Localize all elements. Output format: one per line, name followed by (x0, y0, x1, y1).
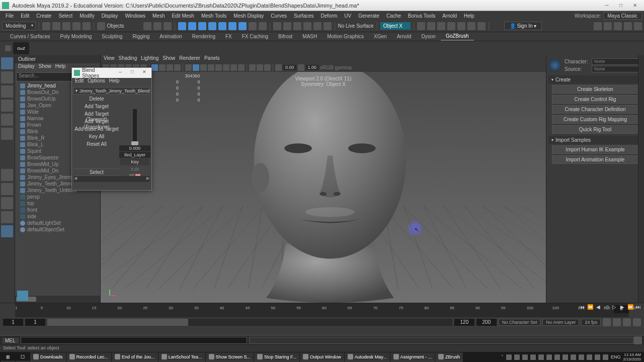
lock-icon[interactable] (249, 22, 257, 30)
range-end-inner[interactable]: 120 (454, 319, 474, 326)
sel-edge-icon[interactable] (218, 22, 226, 30)
fps-dropdown[interactable]: 24 fps (581, 319, 601, 326)
vp-gamma-icon[interactable] (298, 64, 304, 71)
shelf-tab-poly[interactable]: Poly Modeling (55, 33, 97, 40)
panel-panels[interactable]: Panels (204, 55, 220, 63)
menu-editmesh[interactable]: Edit Mesh (168, 13, 197, 19)
taskbar-item[interactable]: ZBrush (435, 352, 463, 361)
import-humanik-button[interactable]: Import Human IK Example (552, 145, 638, 154)
ipr-icon[interactable] (427, 22, 435, 30)
blendshapes-titlebar[interactable]: Blend Shapes ─ □ ✕ (72, 68, 151, 78)
tray-icon[interactable] (546, 354, 552, 360)
minimize-button[interactable]: ─ (600, 1, 614, 10)
range-end-outer[interactable]: 200 (476, 319, 497, 326)
lasso-tool-icon[interactable] (1, 71, 13, 83)
tray-language[interactable]: ENG (611, 354, 621, 359)
time-slider[interactable]: 1510152025303540455055606570758085909510… (15, 303, 629, 317)
toolsettings-icon[interactable] (634, 22, 642, 30)
bs-minimize-button[interactable]: ─ (115, 69, 125, 76)
symmetry-input[interactable] (380, 22, 411, 30)
vp-gate-mask-icon[interactable] (174, 64, 181, 71)
channelbox-icon[interactable] (614, 22, 622, 30)
sel-vertex-icon[interactable] (208, 22, 216, 30)
tray-icon[interactable] (514, 354, 520, 360)
sel-object-icon[interactable] (188, 22, 196, 30)
tray-icon[interactable] (587, 354, 592, 360)
vp-aa-icon[interactable] (238, 64, 245, 71)
open-scene-icon[interactable] (52, 22, 60, 30)
menu-mesh[interactable]: Mesh (149, 13, 168, 19)
bs-delete[interactable]: Delete (74, 96, 119, 103)
rotate-tool-icon[interactable] (1, 114, 13, 126)
menu-cache[interactable]: Cache (383, 13, 405, 19)
snap-curve-icon[interactable] (153, 22, 162, 30)
layout-outliner-icon[interactable] (1, 211, 13, 223)
shelf-tab-fxcaching[interactable]: FX Caching (237, 33, 273, 40)
render-icon[interactable] (417, 22, 425, 30)
tray-icon[interactable] (538, 354, 544, 360)
outliner-item[interactable]: defaultObjectSet (16, 226, 99, 233)
render-settings-icon[interactable] (437, 22, 445, 30)
bs-add-target[interactable]: Add Target (74, 103, 119, 111)
new-scene-icon[interactable] (42, 22, 50, 30)
snap1-icon[interactable] (273, 22, 281, 30)
layout-persp-icon[interactable] (1, 197, 13, 209)
range-start-inner[interactable]: 1 (25, 319, 45, 326)
outliner-item[interactable]: side (16, 213, 99, 220)
maximize-button[interactable]: □ (614, 1, 628, 10)
taskview-button[interactable]: ☐ (16, 352, 30, 361)
head-mesh[interactable] (225, 72, 435, 303)
layout-outliner-persp-icon[interactable] (1, 225, 13, 237)
shelf-tab-mash[interactable]: MASH (297, 33, 322, 40)
bs-add-target-tangent[interactable]: Add Target (Tangent) (74, 111, 119, 118)
snap-point-icon[interactable] (164, 22, 172, 30)
lightlink-icon[interactable] (457, 22, 465, 30)
snap5-icon[interactable] (313, 22, 321, 30)
go-end-icon[interactable]: ⏭ (635, 304, 642, 311)
script-type[interactable]: MEL (2, 338, 19, 343)
pause-icon[interactable] (477, 22, 486, 30)
sel-component-icon[interactable] (198, 22, 206, 30)
undo-icon[interactable] (72, 22, 80, 30)
vp-isolate-icon[interactable] (249, 64, 256, 71)
tray-network-icon[interactable] (595, 354, 600, 360)
menu-help[interactable]: Help (460, 13, 478, 19)
vp-exposure-value[interactable]: 0.00 (283, 65, 296, 70)
sel-hierarchy-icon[interactable] (178, 22, 186, 30)
create-skeleton-button[interactable]: Create Skeleton (552, 85, 638, 94)
move-tool-icon[interactable] (1, 100, 13, 112)
taskbar-clock[interactable]: 11:10 AM 2/10/2020 (623, 352, 641, 361)
vp-shaded-icon[interactable] (193, 64, 199, 71)
taskbar-item[interactable]: Stop Staring F... (254, 352, 299, 361)
step-forward-key-icon[interactable]: ⏩ (627, 304, 634, 311)
bs-menu-options[interactable]: Options (88, 78, 105, 86)
shelf-tab-bifrost[interactable]: Bifrost (273, 33, 297, 40)
autokey-icon[interactable] (613, 318, 621, 326)
vp-colorspace[interactable]: sRGB gamma (320, 65, 352, 70)
taskbar-item[interactable]: Output Window (300, 352, 344, 361)
setkey-icon[interactable] (633, 318, 641, 326)
vp-xray-joints-icon[interactable] (264, 64, 271, 71)
vp-ao-icon[interactable] (223, 64, 229, 71)
system-tray[interactable]: ˄ ENG 11:10 AM 2/10/2020 (499, 352, 643, 361)
create-controlrig-button[interactable]: Create Control Rig (552, 95, 638, 104)
panel-view[interactable]: View (104, 55, 115, 63)
module-dropdown[interactable]: Modeling (2, 22, 36, 30)
workspace-dropdown[interactable]: Maya Classic (603, 12, 642, 20)
layout-four-icon[interactable] (1, 183, 13, 195)
character-dropdown[interactable]: None (592, 58, 642, 65)
select-tool-icon[interactable] (1, 57, 13, 69)
layout-single-icon[interactable] (1, 169, 13, 181)
charset-dropdown[interactable]: No Character Set (499, 319, 541, 326)
bs-key-all[interactable]: Key All (74, 133, 119, 141)
shelf-tab-dyson[interactable]: Dyson (417, 33, 441, 40)
menu-uv[interactable]: UV (341, 13, 355, 19)
step-forward-icon[interactable]: ▶ (619, 304, 626, 311)
close-button[interactable]: ✕ (628, 1, 642, 10)
menu-file[interactable]: File (2, 13, 17, 19)
bs-add-target-transform[interactable]: Add Target (Transform) (74, 118, 119, 126)
tray-volume-icon[interactable] (603, 354, 608, 360)
panel-renderer[interactable]: Renderer (179, 55, 200, 63)
shelf-tab-animation[interactable]: Animation (154, 33, 187, 40)
bs-select[interactable]: Select (74, 168, 119, 176)
